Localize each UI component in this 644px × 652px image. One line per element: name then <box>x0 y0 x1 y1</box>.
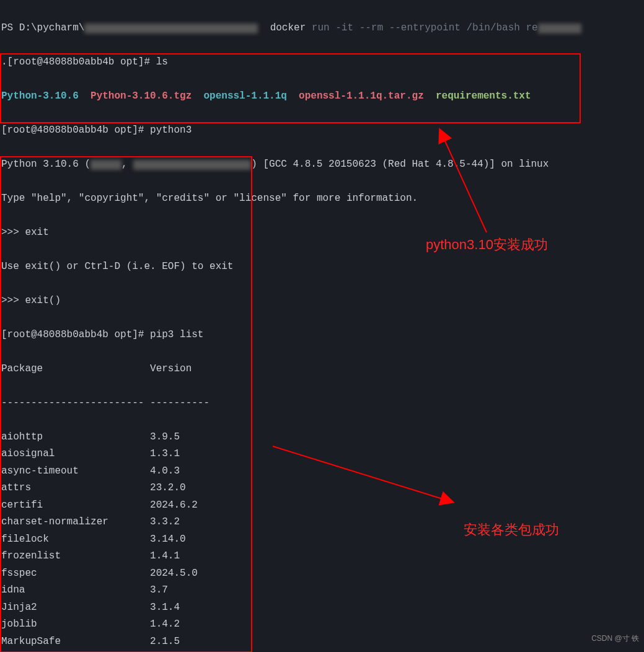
package-row: filelock 3.14.0 <box>1 531 643 548</box>
line-exit2: >>> exit() <box>1 293 643 310</box>
package-row: Jinja2 3.1.4 <box>1 599 643 617</box>
watermark: CSDN @寸 铁 <box>591 630 639 648</box>
package-row: fsspec 2024.5.0 <box>1 565 643 583</box>
package-row: aiosignal 1.3.1 <box>1 446 643 463</box>
line-ls: .[root@48088b0abb4b opt]# ls <box>1 54 643 71</box>
line-exit-hint: Use exit() or Ctrl-D (i.e. EOF) to exit <box>1 258 643 276</box>
package-row: idna 3.7 <box>1 582 643 599</box>
line-python-help: Type "help", "copyright", "credits" or "… <box>1 190 643 208</box>
line-ls-output: Python-3.10.6 Python-3.10.6.tgz openssl-… <box>1 88 643 105</box>
pip-package-list: aiohttp 3.9.5aiosignal 1.3.1async-timeou… <box>1 429 643 653</box>
package-row: charset-normalizer 3.3.2 <box>1 514 643 531</box>
line-exit1: >>> exit <box>1 224 643 242</box>
line-python3: [root@48088b0abb4b opt]# python3 <box>1 122 643 139</box>
package-row: aiohttp 3.9.5 <box>1 429 643 446</box>
package-row: MarkupSafe 2.1.5 <box>1 633 643 651</box>
package-row: joblib 1.4.2 <box>1 616 643 633</box>
package-row: certifi 2024.6.2 <box>1 497 643 514</box>
line-pip-list: [root@48088b0abb4b opt]# pip3 list <box>1 327 643 344</box>
line-docker-run: PS D:\pycharm\ docker run -it --rm --ent… <box>1 20 643 37</box>
pip-header: Package Version <box>1 361 643 378</box>
package-row: attrs 23.2.0 <box>1 480 643 497</box>
pip-divider: ------------------------ ---------- <box>1 395 643 412</box>
package-row: async-timeout 4.0.3 <box>1 463 643 480</box>
line-python-version: Python 3.10.6 (, ) [GCC 4.8.5 20150623 (… <box>1 156 643 174</box>
terminal-output[interactable]: PS D:\pycharm\ docker run -it --rm --ent… <box>0 0 644 652</box>
package-row: frozenlist 1.4.1 <box>1 548 643 565</box>
